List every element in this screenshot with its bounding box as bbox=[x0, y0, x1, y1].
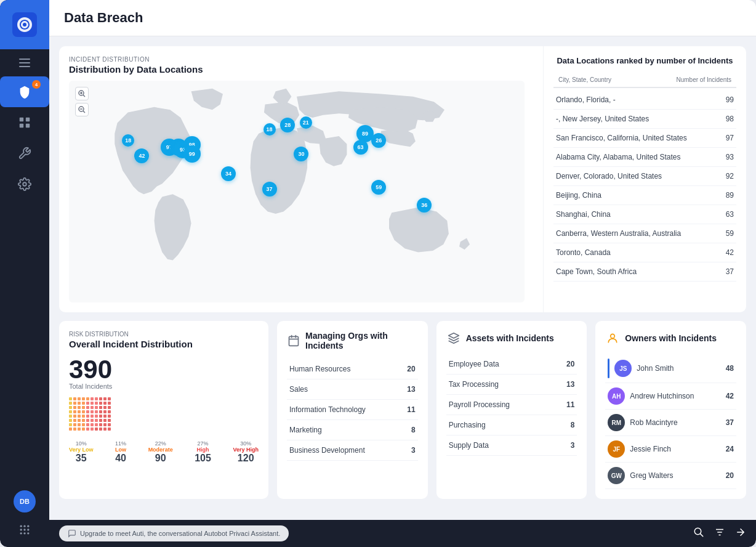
owner-info: AH Andrew Hutchinson bbox=[608, 387, 694, 405]
owner-row: RM Rob Macintyre 37 bbox=[605, 410, 736, 436]
dot bbox=[95, 397, 98, 400]
sidebar-item-shield[interactable]: 4 bbox=[0, 76, 49, 107]
owner-count: 20 bbox=[726, 471, 734, 480]
dot bbox=[73, 397, 76, 400]
dot bbox=[95, 415, 98, 418]
dot bbox=[73, 402, 76, 405]
marker-value: 63 bbox=[353, 140, 368, 155]
dot bbox=[82, 427, 85, 431]
dot bbox=[73, 415, 76, 418]
map-title: Distribution by Data Locations bbox=[69, 64, 525, 75]
owner-info: RM Rob Macintyre bbox=[608, 414, 677, 431]
svg-point-13 bbox=[20, 529, 22, 530]
risk-pct: 10% bbox=[69, 440, 94, 447]
marker-value: 34 bbox=[221, 166, 236, 181]
zoom-in-button[interactable] bbox=[75, 87, 89, 100]
content-area: Incident Distribution Distribution by Da… bbox=[49, 36, 756, 520]
user-avatar[interactable]: DB bbox=[14, 490, 36, 513]
risk-count: 35 bbox=[69, 453, 94, 464]
map-marker[interactable]: 18 bbox=[263, 123, 276, 136]
locations-header: City, State, Country Number of Incidents bbox=[553, 73, 736, 88]
dot bbox=[86, 410, 89, 413]
zoom-out-button[interactable] bbox=[75, 103, 89, 116]
dot bbox=[82, 415, 85, 418]
dot bbox=[108, 406, 111, 409]
org-count: 11 bbox=[407, 405, 415, 414]
svg-point-11 bbox=[23, 525, 25, 527]
dot-matrix bbox=[69, 397, 259, 434]
sidebar-item-tools[interactable] bbox=[0, 138, 49, 169]
dot bbox=[90, 415, 94, 418]
owner-info: JS John Smith bbox=[614, 360, 674, 377]
owner-count: 42 bbox=[726, 392, 734, 400]
apps-icon[interactable] bbox=[14, 519, 36, 541]
map-marker[interactable]: 28 bbox=[280, 118, 295, 132]
dot bbox=[73, 419, 76, 422]
dot bbox=[103, 406, 107, 409]
asset-row: Employee Data20 bbox=[446, 354, 577, 375]
owner-row: GW Greg Walters 20 bbox=[605, 463, 736, 489]
risk-level: Very Low bbox=[69, 447, 94, 453]
map-marker[interactable]: 37 bbox=[262, 182, 277, 197]
total-incidents-label: Total Incidents bbox=[69, 383, 259, 390]
risk-level: Low bbox=[115, 447, 126, 453]
owner-avatar: JF bbox=[608, 440, 625, 458]
svg-point-30 bbox=[611, 334, 615, 338]
svg-point-17 bbox=[23, 532, 25, 534]
marker-value: 42 bbox=[134, 148, 149, 163]
svg-rect-7 bbox=[20, 124, 23, 128]
filter-bottom-icon[interactable] bbox=[714, 527, 725, 540]
dot bbox=[108, 415, 111, 418]
location-row: -, New Jersey, United States98 bbox=[553, 110, 736, 129]
owner-info: JF Jessie Finch bbox=[608, 440, 671, 458]
org-row: Human Resources20 bbox=[287, 359, 418, 379]
svg-rect-2 bbox=[19, 59, 30, 60]
dot bbox=[86, 423, 89, 426]
map-marker[interactable]: 42 bbox=[134, 148, 149, 163]
marker-value: 59 bbox=[371, 180, 386, 195]
map-marker[interactable]: 21 bbox=[300, 116, 312, 129]
dot bbox=[82, 423, 85, 426]
dot bbox=[103, 410, 107, 413]
location-row: Toronto, Canada42 bbox=[553, 243, 736, 262]
org-name: Marketing bbox=[289, 426, 322, 434]
orgs-card: Managing Orgs with Incidents Human Resou… bbox=[277, 321, 428, 499]
map-zoom-controls bbox=[75, 87, 89, 116]
owner-name: John Smith bbox=[637, 364, 674, 373]
location-row: San Francisco, California, United States… bbox=[553, 129, 736, 148]
risk-count: 105 bbox=[195, 453, 211, 464]
location-count: 59 bbox=[726, 229, 734, 238]
sidebar-item-settings[interactable] bbox=[0, 169, 49, 200]
owner-name: Andrew Hutchinson bbox=[630, 392, 694, 400]
risk-item: 11% Low 40 bbox=[115, 440, 126, 464]
asset-row: Purchasing8 bbox=[446, 415, 577, 436]
asset-count: 20 bbox=[566, 360, 574, 368]
sidebar-item-dashboard[interactable] bbox=[0, 107, 49, 138]
user-circle-icon bbox=[605, 331, 620, 346]
map-marker[interactable]: 34 bbox=[221, 166, 236, 181]
map-marker[interactable]: 99 bbox=[183, 145, 201, 163]
chat-bubble[interactable]: Upgrade to meet Auti, the conversational… bbox=[59, 525, 289, 541]
dot bbox=[103, 423, 107, 426]
svg-point-18 bbox=[27, 532, 29, 534]
marker-value: 21 bbox=[300, 116, 312, 129]
marker-value: 18 bbox=[263, 123, 276, 136]
risk-level: Moderate bbox=[148, 447, 173, 453]
arrow-bottom-icon[interactable] bbox=[735, 527, 746, 540]
map-marker[interactable]: 26 bbox=[371, 133, 386, 148]
marker-value: 36 bbox=[417, 198, 432, 213]
map-marker[interactable]: 36 bbox=[417, 198, 432, 213]
dot bbox=[78, 397, 81, 400]
map-marker[interactable]: 59 bbox=[371, 180, 386, 195]
dot bbox=[73, 410, 76, 413]
map-marker[interactable]: 30 bbox=[294, 147, 308, 161]
asset-count: 11 bbox=[566, 400, 574, 409]
map-marker[interactable]: 63 bbox=[353, 140, 368, 155]
cube-icon bbox=[446, 331, 461, 346]
menu-toggle[interactable] bbox=[0, 49, 49, 76]
map-marker[interactable]: 18 bbox=[122, 134, 134, 147]
location-name: Denver, Colorado, United States bbox=[556, 172, 662, 180]
dot bbox=[108, 410, 111, 413]
location-count: 97 bbox=[726, 134, 734, 142]
search-bottom-icon[interactable] bbox=[693, 527, 704, 540]
